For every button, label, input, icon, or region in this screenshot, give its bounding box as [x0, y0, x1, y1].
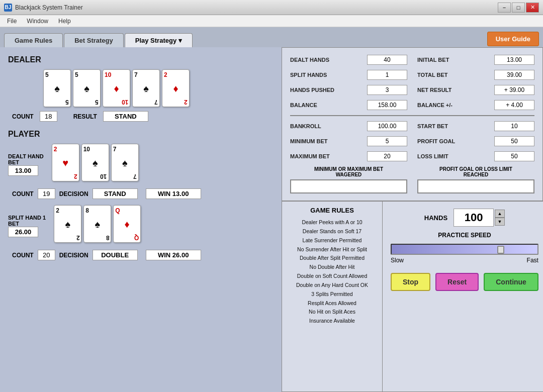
balance-plus-minus-value: + 4.00 [494, 100, 534, 110]
min-bet-value: 5 [367, 136, 407, 146]
tab-game-rules[interactable]: Game Rules [4, 33, 63, 47]
dealer-card-1: 5 ♠ 5 [43, 69, 71, 107]
maximize-button[interactable]: □ [512, 3, 525, 13]
max-bet-value: 20 [367, 151, 407, 161]
game-rules-list: Dealer Peeks with A or 10 Dealer Stands … [288, 218, 376, 326]
profit-goal-row: PROFIT GOAL 50 [417, 136, 534, 146]
profit-goal-value: 50 [494, 136, 534, 146]
dealer-title: DEALER [8, 55, 274, 64]
result-value-2: WIN 26.00 [146, 250, 201, 260]
hands-decrement-button[interactable]: ▼ [495, 218, 505, 226]
minimize-button[interactable]: − [498, 3, 511, 13]
balance-plus-minus-label: BALANCE +/- [417, 102, 452, 108]
split-hand-label: SPLIT HAND 1 [8, 215, 46, 221]
dealt-hands-row: DEALT HANDS 40 [290, 55, 407, 65]
app-icon: BJ [4, 4, 12, 12]
controls-panel: HANDS 100 ▲ ▼ PRACTICE SPEED [383, 202, 543, 391]
balance-row: BALANCE 158.00 [290, 100, 407, 110]
start-bet-value: 10 [494, 121, 534, 131]
dealer-cards: 5 ♠ 5 5 ♠ 5 10 ♦ 10 7 [43, 69, 274, 107]
menu-window[interactable]: Window [22, 17, 53, 26]
hands-increment-button[interactable]: ▲ [495, 210, 505, 218]
left-panel: DEALER 5 ♠ 5 5 ♠ 5 10 ♦ [0, 47, 282, 392]
min-bet-label: MINIMUM BET [290, 138, 328, 144]
bet-value-1: 13.00 [8, 165, 38, 176]
min-max-bet-indicator: MINIMUM OR MAXIMUM BETWAGERED [290, 166, 407, 193]
bankroll-row: BANKROLL 100.00 [290, 121, 407, 131]
split-hands-value: 1 [367, 70, 407, 80]
player-hand-1: DEALT HAND BET 13.00 2 ♥ 2 10 ♠ [8, 144, 274, 199]
reset-button[interactable]: Reset [435, 273, 479, 291]
user-guide-button[interactable]: User Guide [487, 32, 539, 46]
loss-limit-value: 50 [494, 151, 534, 161]
close-button[interactable]: ✕ [526, 3, 539, 13]
tab-bet-strategy[interactable]: Bet Strategy [64, 33, 124, 47]
profit-loss-label: PROFIT GOAL OR LOSS LIMITREACHED [417, 166, 534, 177]
player-title: PLAYER [8, 130, 274, 139]
menu-help[interactable]: Help [53, 17, 76, 26]
continue-button[interactable]: Continue [484, 273, 538, 291]
player-count-value-1: 19 [38, 188, 55, 199]
loss-limit-label: LOSS LIMIT [417, 153, 448, 159]
initial-bet-row: INITIAL BET 13.00 [417, 55, 534, 65]
stop-button[interactable]: Stop [391, 273, 430, 291]
practice-speed-label: PRACTICE SPEED [438, 232, 491, 239]
net-result-row: NET RESULT + 39.00 [417, 85, 534, 95]
total-bet-label: TOTAL BET [417, 72, 448, 78]
dealer-card-3: 10 ♦ 10 [103, 69, 130, 107]
player-section: PLAYER DEALT HAND BET 13.00 2 ♥ 2 [8, 130, 274, 260]
bet-label-1: BET [8, 159, 44, 165]
initial-bet-label: INITIAL BET [417, 57, 449, 63]
dealer-count-label: COUNT [12, 113, 34, 120]
dealer-card-5: 2 ♦ 2 [162, 69, 190, 107]
hands-pushed-row: HANDS PUSHED 3 [290, 85, 407, 95]
hands-input[interactable]: 100 [454, 209, 494, 227]
player-hand-2-cards: 2 ♠ 2 8 ♠ 8 Q ♦ Q [54, 205, 141, 243]
game-rules-title: GAME RULES [288, 207, 376, 214]
tab-play-strategy[interactable]: Play Strategy ▾ [125, 33, 193, 47]
player-hand-1-cards: 2 ♥ 2 10 ♠ 10 7 ♠ 7 [52, 144, 139, 181]
bet-label-2: BET [8, 221, 46, 227]
main-content: DEALER 5 ♠ 5 5 ♠ 5 10 ♦ [0, 47, 543, 392]
dealer-result-label: RESULT [73, 113, 97, 120]
loss-limit-row: LOSS LIMIT 50 [417, 151, 534, 161]
speed-slider-container: Slow Fast [391, 244, 538, 264]
net-result-label: NET RESULT [417, 87, 451, 93]
bottom-section: GAME RULES Dealer Peeks with A or 10 Dea… [282, 201, 543, 392]
initial-bet-value: 13.00 [494, 55, 534, 65]
speed-slider-track[interactable] [391, 244, 538, 255]
decision-value-2: DOUBLE [93, 250, 138, 260]
dealt-hands-value: 40 [367, 55, 407, 65]
player-card-1-1: 2 ♥ 2 [52, 144, 79, 181]
split-hands-label: SPLIT HANDS [290, 72, 327, 78]
balance-plus-minus-row: BALANCE +/- + 4.00 [417, 100, 534, 110]
bet-value-2: 26.00 [8, 227, 38, 237]
decision-value-1: STAND [93, 188, 138, 199]
dealer-count-value: 18 [40, 111, 57, 122]
decision-label-1: DECISION [59, 190, 88, 198]
min-bet-row: MINIMUM BET 5 [290, 136, 407, 146]
dropdown-arrow-icon: ▾ [178, 37, 182, 44]
speed-slider-thumb[interactable] [497, 246, 504, 254]
dealer-section: DEALER 5 ♠ 5 5 ♠ 5 10 ♦ [8, 55, 274, 122]
slider-fast-label: Fast [527, 257, 538, 264]
split-hands-row: SPLIT HANDS 1 [290, 70, 407, 80]
action-buttons: Stop Reset Continue [391, 273, 538, 291]
player-card-2-3: Q ♦ Q [113, 205, 141, 243]
net-result-value: + 39.00 [494, 85, 534, 95]
menu-file[interactable]: File [2, 17, 22, 26]
max-bet-row: MAXIMUM BET 20 [290, 151, 407, 161]
bankroll-label: BANKROLL [290, 123, 321, 129]
profit-loss-bar [417, 179, 534, 193]
hands-label: HANDS [424, 214, 447, 222]
bankroll-value: 100.00 [367, 121, 407, 131]
player-hand-2: SPLIT HAND 1 BET 26.00 2 ♠ 2 8 ♠ [8, 205, 274, 260]
player-card-1-2: 10 ♠ 10 [81, 144, 109, 181]
game-rules-panel: GAME RULES Dealer Peeks with A or 10 Dea… [282, 202, 383, 391]
slider-slow-label: Slow [391, 257, 404, 264]
balance-label: BALANCE [290, 102, 317, 108]
max-bet-label: MAXIMUM BET [290, 153, 330, 159]
min-max-bet-label: MINIMUM OR MAXIMUM BETWAGERED [290, 166, 407, 177]
result-value-1: WIN 13.00 [146, 188, 201, 199]
title-bar: BJ Blackjack System Trainer − □ ✕ [0, 0, 543, 15]
